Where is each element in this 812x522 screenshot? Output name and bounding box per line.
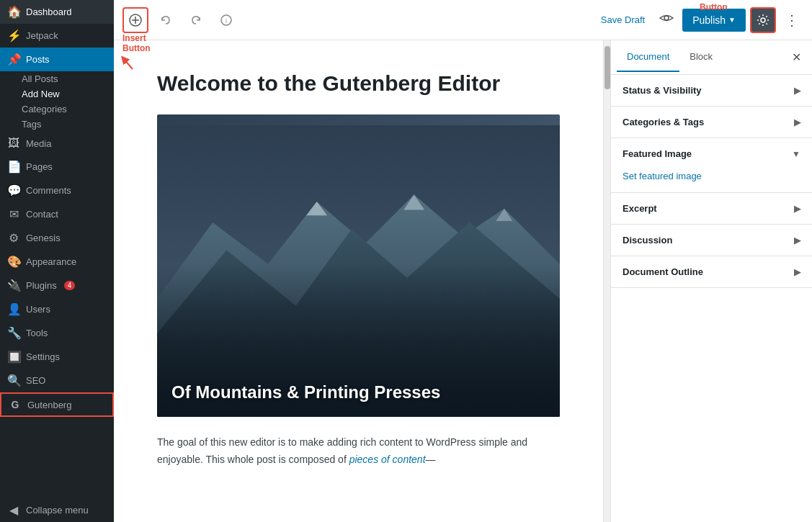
sidebar-item-appearance[interactable]: 🎨 Appearance bbox=[0, 250, 114, 274]
more-options-button[interactable]: ⋮ bbox=[780, 9, 803, 32]
appearance-icon: 🎨 bbox=[7, 255, 20, 269]
sidebar-item-dashboard[interactable]: 🏠 Dashboard bbox=[0, 0, 114, 24]
section-excerpt: Excerpt ▶ bbox=[611, 193, 812, 225]
sidebar-item-media[interactable]: 🖼 Media bbox=[0, 132, 114, 155]
sidebar-sub-all-posts[interactable]: All Posts bbox=[0, 71, 114, 86]
body-text: The goal of this new editor is to make a… bbox=[157, 436, 527, 465]
publish-button[interactable]: Publish ▼ bbox=[682, 9, 746, 32]
discussion-arrow-icon: ▶ bbox=[794, 235, 800, 246]
insert-block-button[interactable] bbox=[122, 7, 148, 33]
section-document-outline-header[interactable]: Document Outline ▶ bbox=[611, 256, 812, 287]
section-status-visibility: Status & Visibility ▶ bbox=[611, 75, 812, 107]
collapse-label: Collapse menu bbox=[26, 505, 89, 516]
settings-icon: 🔲 bbox=[7, 350, 20, 364]
section-discussion-header[interactable]: Discussion ▶ bbox=[611, 225, 812, 256]
gutenberg-icon: G bbox=[9, 399, 22, 410]
right-panel: Document Block ✕ Status & Visibility ▶ bbox=[610, 40, 812, 522]
featured-image-block: Of Mountains & Printing Presses bbox=[157, 114, 560, 417]
sidebar-item-pages[interactable]: 📄 Pages bbox=[0, 155, 114, 179]
editor-area: Welcome to the Gutenberg Editor bbox=[114, 40, 603, 522]
section-categories-tags: Categories & Tags ▶ bbox=[611, 107, 812, 138]
sidebar-item-label: Settings bbox=[26, 351, 60, 362]
image-caption: Of Mountains & Printing Presses bbox=[171, 382, 440, 402]
section-featured-image-header[interactable]: Featured Image ▼ bbox=[611, 138, 812, 169]
section-status-visibility-header[interactable]: Status & Visibility ▶ bbox=[611, 75, 812, 106]
sidebar-item-label: Contact bbox=[26, 209, 58, 220]
users-icon: 👤 bbox=[7, 302, 20, 316]
media-icon: 🖼 bbox=[7, 137, 20, 150]
excerpt-arrow-icon: ▶ bbox=[794, 204, 800, 214]
section-document-outline: Document Outline ▶ bbox=[611, 256, 812, 288]
sidebar-item-label: Media bbox=[26, 138, 51, 149]
sidebar-item-label: Appearance bbox=[26, 256, 76, 267]
sidebar-item-gutenberg[interactable]: G Gutenberg bbox=[0, 392, 114, 417]
sidebar-item-seo[interactable]: 🔍 SEO bbox=[0, 369, 114, 392]
set-featured-image-link[interactable]: Set featured image bbox=[623, 171, 702, 181]
sidebar-item-jetpack[interactable]: ⚡ Jetpack bbox=[0, 24, 114, 48]
redo-icon bbox=[190, 14, 202, 26]
collapse-icon: ◀ bbox=[7, 503, 20, 517]
panel-tabs: Document Block ✕ bbox=[611, 40, 812, 75]
panel-close-button[interactable]: ✕ bbox=[786, 48, 806, 68]
post-body: The goal of this new editor is to make a… bbox=[157, 434, 560, 469]
jetpack-icon: ⚡ bbox=[7, 29, 20, 42]
posts-icon: 📌 bbox=[7, 53, 20, 66]
svg-point-5 bbox=[664, 16, 669, 20]
genesis-icon: ⚙ bbox=[7, 231, 20, 245]
main-area: Insert Button bbox=[114, 0, 812, 522]
sidebar-item-plugins[interactable]: 🔌 Plugins 4 bbox=[0, 274, 114, 297]
post-title[interactable]: Welcome to the Gutenberg Editor bbox=[157, 69, 560, 97]
redo-button[interactable] bbox=[183, 7, 209, 33]
sidebar-item-label: Pages bbox=[26, 161, 53, 172]
categories-arrow-icon: ▶ bbox=[794, 117, 800, 127]
editor-scrollbar-thumb bbox=[604, 46, 610, 89]
plugins-badge: 4 bbox=[64, 281, 76, 290]
info-button[interactable]: i bbox=[213, 7, 239, 33]
sidebar-item-tools[interactable]: 🔧 Tools bbox=[0, 321, 114, 345]
sidebar-item-users[interactable]: 👤 Users bbox=[0, 297, 114, 321]
dashboard-icon: 🏠 bbox=[7, 5, 20, 19]
plus-icon bbox=[129, 14, 142, 27]
section-featured-image-content: Set featured image bbox=[611, 169, 812, 192]
sidebar-item-comments[interactable]: 💬 Comments bbox=[0, 179, 114, 202]
sidebar-item-genesis[interactable]: ⚙ Genesis bbox=[0, 226, 114, 250]
editor-scrollbar[interactable] bbox=[603, 40, 610, 522]
add-new-label: Add New bbox=[22, 89, 60, 99]
comments-icon: 💬 bbox=[7, 184, 20, 197]
settings-panel-button[interactable] bbox=[750, 7, 776, 33]
toolbar: Insert Button bbox=[114, 0, 812, 40]
categories-label: Categories bbox=[22, 104, 67, 114]
svg-text:i: i bbox=[226, 17, 227, 24]
eye-icon bbox=[659, 11, 674, 25]
sidebar-item-label: Users bbox=[26, 304, 50, 315]
tab-block[interactable]: Block bbox=[679, 42, 723, 72]
section-categories-tags-header[interactable]: Categories & Tags ▶ bbox=[611, 107, 812, 138]
sidebar-item-settings[interactable]: 🔲 Settings bbox=[0, 345, 114, 369]
undo-button[interactable] bbox=[153, 7, 179, 33]
sidebar: 🏠 Dashboard ⚡ Jetpack 📌 Posts All Posts … bbox=[0, 0, 114, 522]
save-draft-button[interactable]: Save Draft bbox=[595, 10, 651, 30]
section-excerpt-header[interactable]: Excerpt ▶ bbox=[611, 193, 812, 224]
pages-icon: 📄 bbox=[7, 160, 20, 174]
tools-icon: 🔧 bbox=[7, 326, 20, 340]
sidebar-sub-add-new[interactable]: Add New bbox=[0, 86, 114, 102]
tags-label: Tags bbox=[22, 119, 41, 130]
featured-image-arrow-icon: ▼ bbox=[792, 149, 800, 159]
sidebar-item-label: Dashboard bbox=[26, 6, 72, 17]
tab-document[interactable]: Document bbox=[617, 42, 679, 72]
contact-icon: ✉ bbox=[7, 207, 20, 221]
sidebar-item-posts[interactable]: 📌 Posts bbox=[0, 48, 114, 71]
sidebar-item-label: Genesis bbox=[26, 233, 61, 243]
preview-button[interactable] bbox=[655, 6, 678, 33]
sidebar-item-label: Comments bbox=[26, 185, 71, 196]
document-outline-arrow-icon: ▶ bbox=[794, 267, 800, 277]
body-link[interactable]: pieces of content bbox=[349, 454, 426, 465]
undo-icon bbox=[160, 14, 171, 26]
sidebar-sub-categories[interactable]: Categories bbox=[0, 102, 114, 117]
sidebar-sub-tags[interactable]: Tags bbox=[0, 117, 114, 132]
sidebar-item-label: SEO bbox=[26, 375, 45, 386]
all-posts-label: All Posts bbox=[22, 73, 58, 84]
panel-scroll: Status & Visibility ▶ Categories & Tags … bbox=[611, 75, 812, 522]
sidebar-item-contact[interactable]: ✉ Contact bbox=[0, 202, 114, 226]
sidebar-item-collapse[interactable]: ◀ Collapse menu bbox=[0, 498, 114, 522]
